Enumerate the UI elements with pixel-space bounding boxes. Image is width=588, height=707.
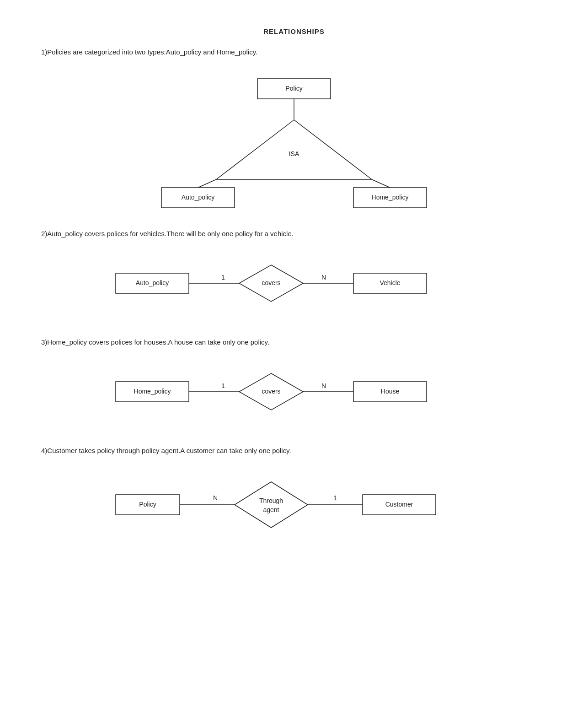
card-1-left2: 1: [221, 382, 225, 389]
vehicle-label: Vehicle: [380, 279, 400, 286]
policy-label: Policy: [285, 85, 302, 92]
auto-covers-diagram: Auto_policy covers 1 N Vehicle: [88, 251, 500, 315]
isa-diagram: Policy ISA Auto_policy Home_policy: [134, 70, 454, 207]
through-label2: agent: [263, 506, 279, 513]
line-isa-auto: [198, 179, 216, 188]
section-4: 4)Customer takes policy through policy a…: [37, 447, 551, 541]
isa-label: ISA: [289, 150, 299, 157]
house-label: House: [381, 388, 400, 395]
home-policy-label2: Home_policy: [134, 388, 171, 395]
desc-3: 3)Home_policy covers polices for houses.…: [41, 338, 551, 346]
auto-policy-label2: Auto_policy: [136, 279, 169, 286]
page-title: RELATIONSHIPS: [37, 27, 551, 35]
section-3: 3)Home_policy covers polices for houses.…: [37, 338, 551, 424]
card-n-right1: N: [321, 274, 326, 281]
policy-label2: Policy: [139, 501, 156, 508]
customer-label: Customer: [385, 501, 413, 508]
through-diamond: [235, 482, 308, 528]
line-isa-home: [372, 179, 390, 188]
covers-label2: covers: [262, 388, 280, 395]
auto-policy-label: Auto_policy: [182, 194, 214, 201]
section-1: 1)Policies are categorized into two type…: [37, 48, 551, 207]
desc-4: 4)Customer takes policy through policy a…: [41, 447, 551, 454]
home-covers-diagram: Home_policy covers 1 N House: [88, 360, 500, 424]
desc-1: 1)Policies are categorized into two type…: [41, 48, 551, 56]
home-policy-label: Home_policy: [372, 194, 409, 201]
card-1-left1: 1: [221, 274, 225, 281]
card-1-right4: 1: [333, 494, 337, 502]
card-n-left4: N: [213, 494, 218, 502]
covers-label1: covers: [262, 279, 280, 286]
section-2: 2)Auto_policy covers polices for vehicle…: [37, 230, 551, 315]
desc-2: 2)Auto_policy covers polices for vehicle…: [41, 230, 551, 237]
through-label1: Through: [259, 497, 283, 504]
card-n-right2: N: [321, 382, 326, 389]
through-agent-diagram: Policy Through agent N 1 Customer: [88, 468, 500, 541]
